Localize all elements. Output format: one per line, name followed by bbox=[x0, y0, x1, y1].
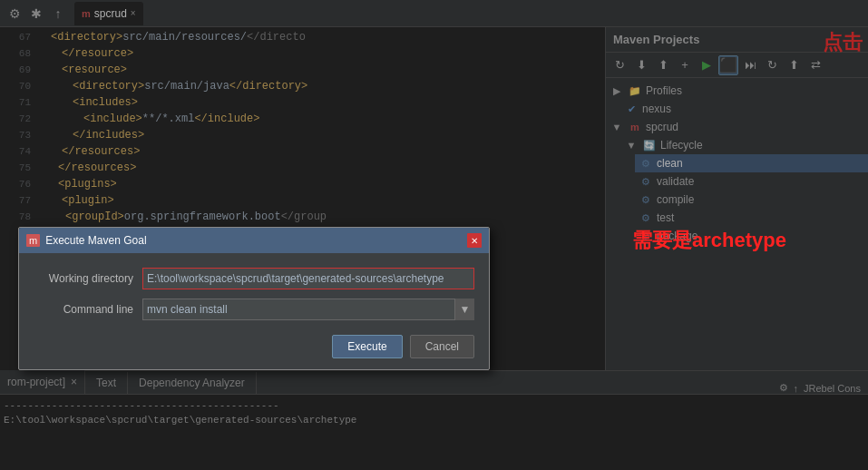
command-dropdown-arrow[interactable]: ▼ bbox=[454, 299, 474, 320]
cancel-button[interactable]: Cancel bbox=[410, 335, 474, 358]
dialog-command-row: Command line ▼ bbox=[34, 299, 474, 320]
close-x-icon: ✕ bbox=[471, 236, 478, 246]
dialog-titlebar: m Execute Maven Goal ✕ bbox=[19, 228, 489, 253]
working-dir-input[interactable] bbox=[142, 268, 474, 289]
dialog-body: Working directory Command line ▼ bbox=[19, 253, 489, 328]
dialog-title: m Execute Maven Goal bbox=[26, 234, 147, 247]
command-line-input[interactable] bbox=[142, 299, 474, 320]
dialog-overlay: m Execute Maven Goal ✕ Working directory… bbox=[0, 0, 868, 470]
working-dir-label: Working directory bbox=[34, 272, 133, 285]
execute-button[interactable]: Execute bbox=[332, 335, 402, 358]
dialog-footer: Execute Cancel bbox=[19, 328, 489, 369]
dialog-title-text: Execute Maven Goal bbox=[45, 234, 146, 247]
command-line-label: Command line bbox=[34, 303, 133, 316]
command-input-wrapper: ▼ bbox=[142, 299, 474, 320]
execute-maven-dialog: m Execute Maven Goal ✕ Working directory… bbox=[18, 227, 490, 370]
dialog-maven-icon: m bbox=[26, 234, 40, 247]
dialog-working-dir-row: Working directory bbox=[34, 268, 474, 289]
dialog-close-button[interactable]: ✕ bbox=[467, 233, 482, 248]
